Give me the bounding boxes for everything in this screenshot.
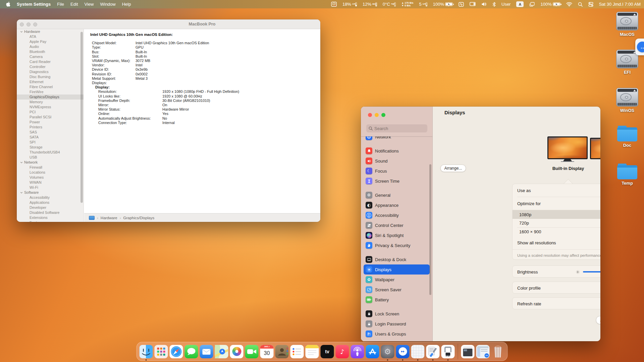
dock-item-app-store[interactable] (366, 345, 379, 358)
settings-sidebar-item-accessibility[interactable]: Accessibility (364, 210, 430, 220)
sysinfo-item-parallel-scsi[interactable]: Parallel SCSI (17, 115, 84, 120)
sysinfo-item-volumes[interactable]: Volumes (17, 175, 84, 180)
wifi-icon[interactable] (566, 2, 572, 6)
settings-sidebar-item-network[interactable]: Network (364, 136, 430, 142)
dock-item-messages[interactable] (185, 345, 198, 358)
sysinfo-item-apple-pay[interactable]: Apple Pay (17, 39, 84, 44)
dock-item-trash[interactable] (491, 345, 505, 358)
menu-help[interactable]: Help (122, 2, 131, 7)
close-button[interactable] (368, 113, 372, 117)
settings-sidebar-item-general[interactable]: ⚙General (364, 190, 430, 200)
search-input[interactable]: Search (366, 124, 427, 132)
sysinfo-item-fibre-channel[interactable]: Fibre Channel (17, 84, 84, 89)
arrange-button[interactable]: Arrange... (440, 165, 466, 172)
minimize-button[interactable] (26, 22, 31, 26)
sysinfo-item-ethernet[interactable]: Ethernet (17, 79, 84, 84)
input-source-badge[interactable]: A (516, 1, 524, 7)
desktop-icon-temp[interactable]: Temp (611, 164, 643, 186)
dock-item-system-settings[interactable]: ⚙ (381, 345, 394, 358)
apple-menu-icon[interactable] (6, 2, 10, 7)
sysinfo-section-network[interactable]: Network (17, 160, 84, 165)
sysinfo-item-accessibility[interactable]: Accessibility (17, 195, 84, 200)
breadcrumb-graphics-displays[interactable]: Graphics/Displays (123, 216, 155, 220)
breadcrumb-hardware[interactable]: Hardware (101, 216, 117, 220)
settings-sidebar-item-lock-screen[interactable]: Lock Screen (364, 309, 430, 319)
sysinfo-item-memory[interactable]: Memory (17, 100, 84, 105)
dock-item-facetime[interactable] (245, 345, 259, 358)
menu-edit[interactable]: Edit (70, 2, 78, 7)
sysinfo-item-disabled-software[interactable]: Disabled Software (17, 210, 84, 215)
dock-item-music[interactable]: ♪ (336, 345, 349, 358)
settings-sidebar-item-login-password[interactable]: Login Password (364, 319, 430, 329)
sysinfo-item-developer[interactable]: Developer (17, 205, 84, 210)
settings-sidebar-item-siri-spotlight[interactable]: Siri & Spotlight (364, 230, 430, 240)
temp-stat[interactable]: 0°C TMP (383, 2, 396, 7)
sysinfo-item-locations[interactable]: Locations (17, 170, 84, 175)
windows-icon[interactable] (529, 2, 535, 7)
sidebar-scrollbar[interactable] (80, 32, 83, 203)
settings-sidebar-item-notifications[interactable]: Notifications (364, 146, 430, 156)
battery-stat-1[interactable]: 100% (433, 2, 453, 7)
advanced-button[interactable]: Advanced... (596, 316, 600, 324)
sysinfo-item-camera[interactable]: Camera (17, 54, 84, 59)
settings-sidebar-item-users-groups[interactable]: Users & Groups (364, 329, 430, 339)
sysinfo-item-extensions[interactable]: Extensions (17, 215, 84, 220)
teamviewer-sidetab[interactable]: ↔ (635, 39, 644, 55)
sysinfo-item-sas[interactable]: SAS (17, 130, 84, 135)
sysinfo-item-thunderbolt-usb4[interactable]: Thunderbolt/USB4 (17, 150, 84, 155)
sysinfo-item-usb[interactable]: USB (17, 155, 84, 160)
settings-sidebar-item-appearance[interactable]: ◐Appearance (364, 200, 430, 210)
sysinfo-item-pci[interactable]: PCI (17, 110, 84, 115)
settings-sidebar-item-sound[interactable]: Sound (364, 156, 430, 166)
dock-item-calendar[interactable]: JMD.I30 (260, 345, 274, 358)
dock-item-grid-app[interactable] (411, 345, 425, 358)
menu-file[interactable]: File (57, 2, 64, 7)
brightness-slider[interactable] (583, 271, 600, 273)
bluetooth-icon[interactable] (492, 2, 496, 7)
sysinfo-item-audio[interactable]: Audio (17, 44, 84, 49)
dock-item-sysinfo-tool[interactable] (426, 345, 440, 358)
dock-item-minimized-window[interactable]: ↔ (476, 345, 490, 358)
activity-icon[interactable] (459, 2, 464, 7)
sysinfo-item-printers[interactable]: Printers (17, 125, 84, 130)
settings-sidebar-item-screen-time[interactable]: Screen Time (364, 176, 430, 186)
desktop-icon-doc[interactable]: Doc (611, 126, 643, 148)
builtin-display-label[interactable]: Built-in Display (552, 166, 584, 171)
sysinfo-item-spi[interactable]: SPI (17, 140, 84, 145)
user-menu[interactable]: User (501, 2, 511, 7)
sysinfo-item-firewall[interactable]: Firewall (17, 165, 84, 170)
resolution-option-720p[interactable]: 720p (513, 219, 600, 227)
resolution-option-1600-900[interactable]: 1600 × 900 (513, 228, 600, 236)
menu-window[interactable]: Window (100, 2, 115, 7)
menu-view[interactable]: View (85, 2, 94, 7)
dock-item-contacts[interactable] (275, 345, 289, 358)
minimize-button[interactable] (375, 113, 379, 117)
dock-item-hardware-tool[interactable] (441, 345, 455, 358)
sysinfo-item-disc-burning[interactable]: Disc Burning (17, 74, 84, 79)
dock-item-tv[interactable]: tv (321, 345, 334, 358)
battery-stat-2[interactable]: 100% (540, 2, 560, 7)
speaker-icon[interactable] (481, 2, 487, 6)
sysinfo-item-bluetooth[interactable]: Bluetooth (17, 49, 84, 54)
sysinfo-section-software[interactable]: Software (17, 190, 84, 195)
sysinfo-item-graphics-displays[interactable]: Graphics/Displays (17, 95, 84, 100)
sysinfo-titlebar[interactable]: MacBook Pro (17, 19, 320, 29)
sysinfo-item-storage[interactable]: Storage (17, 145, 84, 150)
settings-sidebar-item-wallpaper[interactable]: ✿Wallpaper (364, 275, 430, 285)
settings-sidebar-item-desktop-dock[interactable]: Desktop & Dock (364, 254, 430, 264)
zoom-button[interactable] (33, 22, 37, 26)
close-button[interactable] (20, 22, 24, 26)
dock-item-teamviewer[interactable]: ↔ (396, 345, 410, 358)
sysinfo-item-controller[interactable]: Controller (17, 64, 84, 69)
disk-drive-icon[interactable] (331, 2, 337, 7)
desktop-icon-winos[interactable]: WinOS (611, 88, 643, 113)
settings-sidebar-item-displays[interactable]: Displays (364, 264, 430, 275)
zoom-button[interactable] (381, 113, 385, 117)
dock-item-maps[interactable] (215, 345, 228, 358)
menubar-clock[interactable]: Sat 30 Jmd.I 7:00 AM (599, 2, 641, 7)
sysinfo-item-wi-fi[interactable]: Wi-Fi (17, 185, 84, 190)
sysinfo-item-applications[interactable]: Applications (17, 200, 84, 205)
gpu-stat[interactable]: 5 GPU (419, 2, 427, 7)
sysinfo-item-ata[interactable]: ATA (17, 34, 84, 39)
display-thumbnail-builtin[interactable] (547, 136, 588, 159)
